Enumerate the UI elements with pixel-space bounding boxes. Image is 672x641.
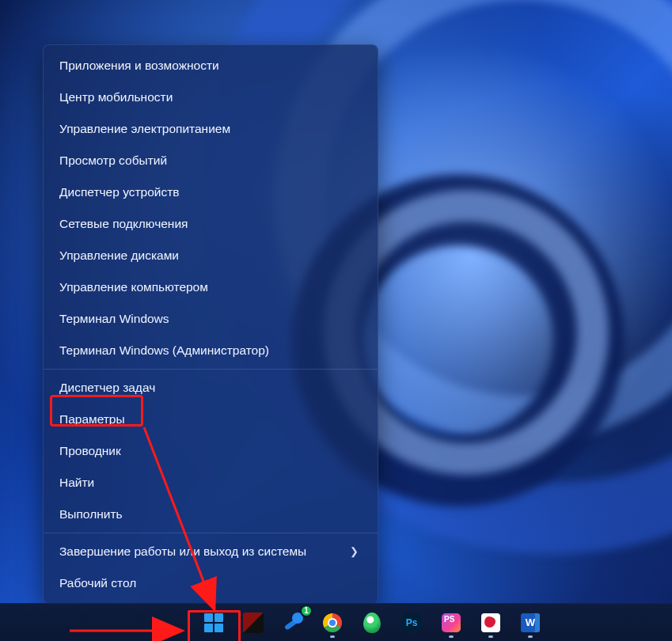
menu-item-label: Завершение работы или выход из системы [59,543,306,560]
taskbar-app-paint[interactable] [473,607,508,639]
menu-item-label: Выполнить [59,506,123,523]
menu-device-manager[interactable]: Диспетчер устройств [44,176,378,208]
taskbar-app-word[interactable]: W [513,607,548,639]
running-indicator [330,635,335,638]
taskbar: 1 Ps PS W [0,603,672,641]
menu-item-label: Управление компьютером [59,279,208,296]
egg-icon [363,613,381,633]
menu-item-label: Просмотр событий [59,152,167,169]
menu-mobility-center[interactable]: Центр мобильности [44,82,378,113]
running-indicator [449,635,454,638]
taskbar-app-security-key[interactable]: 1 [275,607,310,639]
menu-network-connections[interactable]: Сетевые подключения [44,208,378,240]
menu-computer-management[interactable]: Управление компьютером [44,271,378,303]
menu-shutdown-signout[interactable]: Завершение работы или выход из системы ❯ [44,536,378,567]
menu-separator [44,533,378,533]
chrome-icon [323,613,342,632]
menu-item-label: Приложения и возможности [59,57,219,74]
app-icon [243,613,264,633]
paint-icon [481,613,500,632]
menu-item-label: Управление электропитанием [59,120,230,138]
menu-item-label: Диспетчер задач [59,379,155,396]
running-indicator [488,635,493,638]
menu-search[interactable]: Найти [44,467,378,499]
menu-item-label: Терминал Windows [59,310,169,328]
menu-item-label: Центр мобильности [59,89,173,106]
menu-task-manager[interactable]: Диспетчер задач [44,372,378,404]
notification-badge: 1 [300,605,313,617]
menu-item-label: Проводник [59,442,121,460]
menu-event-viewer[interactable]: Просмотр событий [44,145,378,176]
photoshop-icon: Ps [402,613,421,632]
menu-run[interactable]: Выполнить [44,499,378,530]
winx-context-menu: Приложения и возможности Центр мобильнос… [43,44,378,605]
chevron-right-icon: ❯ [350,543,359,560]
menu-settings[interactable]: Параметры [44,404,378,435]
menu-windows-terminal-admin[interactable]: Терминал Windows (Администратор) [44,335,378,366]
menu-disk-management[interactable]: Управление дисками [44,240,378,271]
menu-separator [44,369,378,370]
menu-item-label: Параметры [59,411,125,428]
taskbar-app-egg[interactable] [355,607,389,639]
running-indicator [528,635,533,638]
windows-logo-icon [204,613,223,632]
menu-item-label: Управление дисками [59,247,179,264]
menu-item-label: Найти [59,474,94,491]
menu-file-explorer[interactable]: Проводник [44,435,378,467]
menu-item-label: Сетевые подключения [59,215,188,233]
menu-item-label: Диспетчер устройств [59,184,180,201]
menu-item-label: Терминал Windows (Администратор) [59,342,269,359]
word-icon: W [521,613,540,632]
taskbar-app-phpstorm[interactable]: PS [434,607,469,639]
menu-windows-terminal[interactable]: Терминал Windows [44,303,378,335]
taskbar-app-unknown[interactable] [236,607,271,639]
taskbar-app-chrome[interactable] [315,607,350,639]
menu-desktop[interactable]: Рабочий стол [44,567,378,599]
taskbar-app-photoshop[interactable]: Ps [394,607,429,639]
phpstorm-icon: PS [442,613,461,632]
start-button[interactable] [196,607,231,639]
menu-apps-features[interactable]: Приложения и возможности [44,50,378,82]
menu-power-options[interactable]: Управление электропитанием [44,113,378,145]
menu-item-label: Рабочий стол [59,575,136,592]
